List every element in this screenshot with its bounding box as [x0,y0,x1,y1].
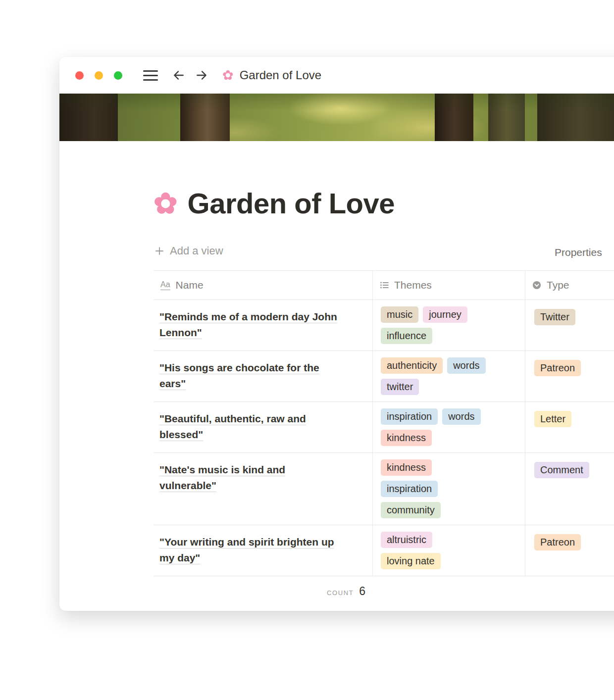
tree-trunk [180,94,230,141]
column-label: Themes [394,279,432,291]
type-cell: Comment [525,453,614,525]
theme-tag[interactable]: inspiration [381,408,438,425]
minimize-window-button[interactable] [95,71,103,80]
column-label: Type [547,279,569,291]
page-link[interactable]: "His songs are chocolate for the ears" [159,362,319,389]
type-cell: Patreon [525,351,614,401]
app-window: ✿ Garden of Love ✿ Garden of Love Add a … [59,57,614,611]
theme-tag[interactable]: words [447,357,485,374]
cherry-blossom-icon: ✿ [222,69,234,82]
name-cell: "Nate's music is kind and vulnerable" [154,453,372,525]
table-header: Aa Name Themes [154,270,614,300]
name-cell: "Beautiful, authentic, raw and blessed" [154,402,372,452]
name-cell: "His songs are chocolate for the ears" [154,351,372,401]
themes-cell: music journey influence [372,300,525,350]
cover-image[interactable] [59,94,614,141]
type-tag[interactable]: Patreon [534,534,581,550]
themes-cell: altruistric loving nate [372,525,525,576]
theme-tag[interactable]: kindness [381,459,432,476]
name-cell: "Reminds me of a modern day John Lennon" [154,300,372,350]
zoom-window-button[interactable] [114,71,122,80]
count-value: 6 [359,585,365,598]
traffic-lights [75,71,122,80]
name-cell: "Your writing and spirit brighten up my … [154,525,372,576]
plus-icon [154,246,164,256]
type-cell: Twitter [525,300,614,350]
forward-arrow-icon[interactable] [195,69,208,82]
theme-tag[interactable]: community [381,502,441,518]
themes-cell: authenticity words twitter [372,351,525,401]
properties-button[interactable]: Properties [555,247,602,258]
page-link[interactable]: "Nate's music is kind and vulnerable" [159,464,285,491]
tree-trunk [488,94,525,141]
table-row: "Nate's music is kind and vulnerable" ki… [154,453,614,525]
theme-tag[interactable]: kindness [381,430,432,446]
theme-tag[interactable]: loving nate [381,553,441,569]
theme-tag[interactable]: authenticity [381,357,443,374]
page-title: ✿ Garden of Love [154,187,614,220]
type-tag[interactable]: Patreon [534,360,581,376]
theme-tag[interactable]: words [442,408,480,425]
column-header-themes[interactable]: Themes [372,271,525,300]
column-header-type[interactable]: Type [525,271,614,300]
theme-tag[interactable]: inspiration [381,481,438,497]
theme-tag[interactable]: altruistric [381,532,432,548]
page-link[interactable]: "Reminds me of a modern day John Lennon" [159,311,337,338]
cherry-blossom-icon[interactable]: ✿ [154,189,178,218]
column-label: Name [176,279,204,291]
theme-tag[interactable]: twitter [381,379,419,395]
column-header-name[interactable]: Aa Name [154,271,372,300]
tree-trunk [59,94,118,141]
type-tag[interactable]: Comment [534,462,589,478]
table-row: "Beautiful, authentic, raw and blessed" … [154,402,614,453]
type-cell: Patreon [525,525,614,576]
table-row: "Reminds me of a modern day John Lennon"… [154,300,614,351]
tree-trunk [537,94,614,141]
back-arrow-icon[interactable] [172,69,186,82]
page-content: ✿ Garden of Love Add a view Properties A… [59,187,614,611]
theme-tag[interactable]: journey [423,306,467,323]
count-label: COUNT [327,589,354,597]
theme-tag[interactable]: influence [381,328,432,344]
theme-tag[interactable]: music [381,306,418,323]
table-row: "His songs are chocolate for the ears" a… [154,351,614,402]
page-title-text[interactable]: Garden of Love [188,187,395,220]
themes-cell: inspiration words kindness [372,402,525,452]
sidebar-menu-icon[interactable] [143,70,158,81]
close-window-button[interactable] [75,71,84,80]
page-link[interactable]: "Beautiful, authentic, raw and blessed" [159,413,306,440]
type-cell: Letter [525,402,614,452]
page-link[interactable]: "Your writing and spirit brighten up my … [159,536,334,563]
type-tag[interactable]: Letter [534,411,571,427]
titlebar: ✿ Garden of Love [59,57,614,94]
themes-cell: kindness inspiration community [372,453,525,525]
tree-trunk [435,94,473,141]
window-title: Garden of Love [240,68,321,82]
count-calculation[interactable]: COUNT 6 [154,576,372,604]
database-table: Aa Name Themes [154,270,614,604]
view-toolbar: Add a view Properties [154,243,614,263]
list-property-icon [380,281,389,290]
select-property-icon [532,281,541,290]
text-property-icon: Aa [160,280,170,290]
table-row: "Your writing and spirit brighten up my … [154,525,614,576]
type-tag[interactable]: Twitter [534,309,575,325]
add-view-label: Add a view [170,245,223,257]
add-view-button[interactable]: Add a view [154,245,223,257]
